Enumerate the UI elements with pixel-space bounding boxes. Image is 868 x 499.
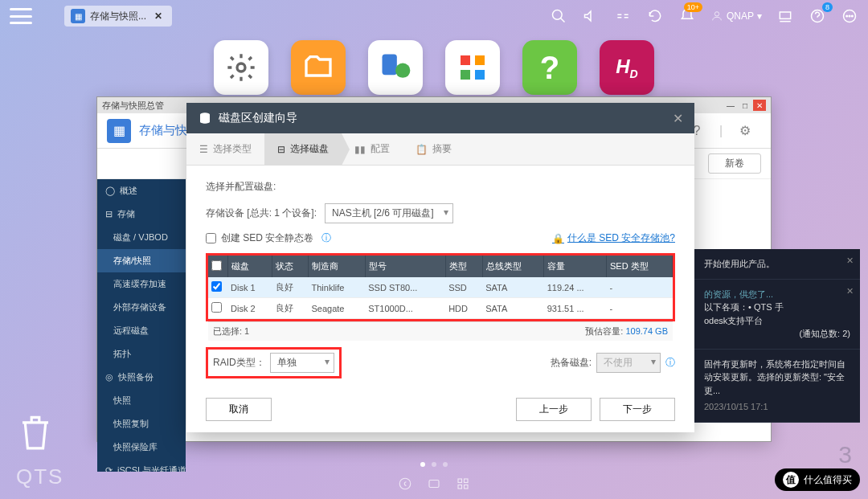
row-checkbox[interactable] <box>211 302 222 313</box>
sed-checkbox[interactable]: 创建 SED 安全静态卷 <box>206 231 313 245</box>
disk-table: 磁盘 状态 制造商 型号 类型 总线类型 容量 SED 类型 Disk 1良好T… <box>208 256 673 319</box>
step-select-type[interactable]: ☰ 选择类型 <box>186 133 264 165</box>
copyright-icon[interactable] <box>398 477 412 491</box>
volume-icon[interactable] <box>582 7 600 25</box>
dock-storage[interactable] <box>368 40 423 95</box>
svg-point-2 <box>714 12 719 16</box>
sidebar-item-disk-vjbod[interactable]: 磁盘 / VJBOD <box>97 226 186 249</box>
sidebar-item-snapshot[interactable]: 快照 <box>97 389 186 412</box>
sidebar-item-remote[interactable]: 远程磁盘 <box>97 319 186 342</box>
svg-rect-22 <box>458 485 462 489</box>
sidebar-item-external[interactable]: 外部存储设备 <box>97 296 186 319</box>
dock-settings[interactable] <box>214 40 268 95</box>
svg-rect-3 <box>780 12 790 18</box>
notification-item[interactable]: ✕ 的资源，供您了... 以下各项：• QTS 手 odesk支持平台 (通知总… <box>694 280 860 350</box>
open-tab[interactable]: ▦ 存储与快照... ✕ <box>64 6 172 27</box>
window-title: 存储与快照总管 <box>102 100 164 112</box>
devices-icon[interactable] <box>776 7 794 25</box>
raid-label: RAID类型： <box>213 356 265 370</box>
svg-rect-13 <box>461 55 470 65</box>
table-row[interactable]: Disk 2良好SeagateST1000D...HDDSATA931.51 .… <box>208 298 673 319</box>
page-indicator <box>420 462 448 467</box>
disk-table-highlight: 磁盘 状态 制造商 型号 类型 总线类型 容量 SED 类型 Disk 1良好T… <box>206 253 675 321</box>
step-summary[interactable]: 📋 摘要 <box>403 133 465 165</box>
sidebar-item-cache[interactable]: 高速缓存加速 <box>97 272 186 296</box>
sed-help-link[interactable]: 🔒 什么是 SED 安全存储池? <box>552 231 675 245</box>
notif-close-icon[interactable]: ✕ <box>846 254 854 268</box>
svg-line-1 <box>560 18 564 22</box>
info-icon[interactable]: ⓘ <box>321 231 331 245</box>
gear-icon[interactable]: ⚙ <box>737 123 753 139</box>
svg-point-8 <box>849 15 850 17</box>
svg-rect-15 <box>461 70 470 80</box>
notifications-icon[interactable]: 10+ <box>678 7 696 25</box>
device-label: 存储设备 [总共: 1 个设备]: <box>206 207 317 220</box>
more-icon[interactable] <box>841 7 858 25</box>
step-select-disk[interactable]: ⊟ 选择磁盘 <box>264 133 342 165</box>
svg-point-12 <box>395 63 410 78</box>
svg-rect-16 <box>475 70 485 80</box>
next-button[interactable]: 下一步 <box>600 398 675 421</box>
dashboard-icon[interactable] <box>614 7 632 25</box>
sidebar-item-storage-snapshot[interactable]: 存储/快照 <box>97 249 186 272</box>
svg-point-7 <box>846 15 848 17</box>
new-volume-button[interactable]: 新卷 <box>708 153 761 174</box>
dock-files[interactable] <box>291 40 346 95</box>
notification-item[interactable]: ✕ 开始使用此产品。 <box>694 249 860 280</box>
estimated-capacity: 109.74 GB <box>625 326 668 336</box>
sidebar-item-topology[interactable]: 拓扑 <box>97 342 186 366</box>
notification-panel: ✕ 开始使用此产品。 ✕ 的资源，供您了... 以下各项：• QTS 手 ode… <box>694 249 860 423</box>
svg-rect-20 <box>458 479 462 483</box>
sidebar-item-storage[interactable]: ⊟ 存储 <box>97 202 186 226</box>
storage-icon: ▦ <box>71 9 85 23</box>
menu-toggle[interactable] <box>10 8 32 24</box>
page-number: 3 <box>838 441 852 468</box>
select-all-checkbox[interactable] <box>211 260 222 271</box>
close-tab-icon[interactable]: ✕ <box>151 10 166 22</box>
grid-icon[interactable] <box>456 477 470 491</box>
refresh-icon[interactable] <box>646 7 664 25</box>
info-icon[interactable]: ⓘ <box>665 356 675 370</box>
search-icon[interactable] <box>550 7 567 25</box>
svg-rect-21 <box>465 479 469 483</box>
hotspare-select: 不使用 <box>596 353 661 373</box>
prev-button[interactable]: 上一步 <box>516 398 592 421</box>
notif-badge: 10+ <box>684 2 702 12</box>
raid-type-highlight: RAID类型： 单独 <box>206 347 342 378</box>
maximize-button[interactable]: □ <box>739 100 751 111</box>
sidebar-item-snapshot-backup[interactable]: ◎ 快照备份 <box>97 366 186 389</box>
cancel-button[interactable]: 取消 <box>206 398 272 421</box>
trash-icon[interactable] <box>19 412 51 451</box>
close-button[interactable]: ✕ <box>753 100 766 111</box>
sidebar-item-snapshot-vault[interactable]: 快照保险库 <box>97 436 186 459</box>
volume-wizard-modal: 磁盘区创建向导 ✕ ☰ 选择类型 ⊟ 选择磁盘 ▮▮ 配置 📋 摘要 选择并配置… <box>186 103 694 432</box>
minimize-button[interactable]: — <box>724 100 737 111</box>
svg-rect-11 <box>383 55 397 76</box>
row-checkbox[interactable] <box>211 281 222 292</box>
help-icon[interactable]: 8 <box>809 7 826 25</box>
app-dock: ? HD <box>0 40 868 95</box>
table-row[interactable]: Disk 1良好ThinklifeSSD ST80...SSDSATA119.2… <box>208 277 673 298</box>
dock-apps[interactable] <box>445 40 500 95</box>
sidebar-item-iscsi[interactable]: ⟳ iSCSI 与光纤通道 <box>97 459 186 472</box>
step-configure[interactable]: ▮▮ 配置 <box>342 133 403 165</box>
storage-logo-icon: ▦ <box>107 119 131 143</box>
device-select[interactable]: NAS主机 [2/6 可用磁盘] <box>325 203 453 223</box>
notif-close-icon[interactable]: ✕ <box>846 284 854 298</box>
dock-hd[interactable]: HD <box>600 40 654 95</box>
user-menu[interactable]: QNAP ▾ <box>710 10 762 22</box>
hotspare-label: 热备磁盘: <box>551 356 592 370</box>
sidebar-item-overview[interactable]: ◯ 概述 <box>97 179 186 202</box>
sidebar-item-snapshot-replica[interactable]: 快照复制 <box>97 412 186 436</box>
screenshot-icon[interactable] <box>427 477 441 491</box>
raid-select[interactable]: 单独 <box>270 353 334 373</box>
wizard-close-icon[interactable]: ✕ <box>673 111 683 126</box>
notification-item[interactable]: 固件有更新时，系统将在指定时间自动安装更新。选择的更新类型: "安全更... 2… <box>694 350 860 423</box>
svg-point-10 <box>237 63 245 72</box>
sidebar: ◯ 概述 ⊟ 存储 磁盘 / VJBOD 存储/快照 高速缓存加速 外部存储设备… <box>97 179 186 472</box>
wizard-title: 磁盘区创建向导 <box>219 111 297 125</box>
dock-help[interactable]: ? <box>522 40 577 95</box>
svg-rect-23 <box>465 485 469 489</box>
svg-point-9 <box>852 15 854 17</box>
watermark: 值什么值得买 <box>775 468 860 491</box>
